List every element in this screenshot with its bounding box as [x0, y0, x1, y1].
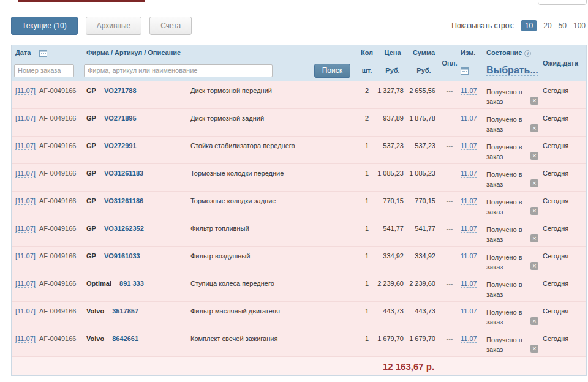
- changed-date-link[interactable]: 11.07: [461, 225, 477, 233]
- rows-option-10[interactable]: 10: [521, 20, 537, 31]
- cancel-button[interactable]: ×: [530, 345, 538, 353]
- order-date-link[interactable]: [11.07]: [15, 280, 36, 288]
- order-date-link[interactable]: [11.07]: [15, 114, 36, 122]
- changed-date-link[interactable]: 11.07: [461, 87, 477, 95]
- order-date-link[interactable]: [11.07]: [15, 142, 36, 150]
- sum-value: 334,92: [408, 247, 440, 274]
- article-number[interactable]: VO272991: [104, 142, 137, 149]
- changed-date-cell: 11.07: [459, 329, 485, 356]
- order-date-link[interactable]: [11.07]: [15, 252, 36, 260]
- firm-filter-cell: Поиск: [84, 64, 356, 78]
- info-icon[interactable]: i: [524, 50, 531, 57]
- tab-archive[interactable]: Архивные: [86, 17, 142, 35]
- order-number: AF-0049166: [39, 307, 77, 315]
- calendar-icon[interactable]: [39, 49, 47, 57]
- article-number[interactable]: VO31261186: [104, 197, 143, 204]
- brand-name: GP: [86, 114, 96, 122]
- order-number-input[interactable]: [14, 64, 74, 77]
- order-date-link[interactable]: [11.07]: [15, 197, 36, 205]
- changed-date-link[interactable]: 11.07: [461, 252, 477, 260]
- status-select-link[interactable]: Выбрать...: [486, 65, 538, 76]
- brand-name: Volvo: [86, 307, 104, 315]
- firm-search-input[interactable]: [84, 64, 273, 77]
- order-number: AF-0049166: [39, 170, 77, 177]
- article-number[interactable]: VO271788: [104, 87, 137, 94]
- item-description: Тормозные колодки передние: [190, 170, 284, 177]
- item-cell: Volvo 8642661 Комплект свечей зажигания: [84, 329, 356, 356]
- article-number[interactable]: 3517857: [112, 307, 138, 315]
- cancel-button[interactable]: ×: [530, 317, 538, 325]
- cutoff-search-input[interactable]: [538, 0, 587, 5]
- article-number[interactable]: 891 333: [119, 280, 144, 287]
- rows-per-page: Показывать строк: 10 20 50 100: [451, 20, 586, 31]
- item-cell: Volvo 3517857 Фильтр масляный двигателя: [84, 302, 356, 329]
- sum-value: 770,15: [408, 192, 440, 219]
- changed-date-link[interactable]: 11.07: [461, 335, 477, 343]
- order-number: AF-0049166: [39, 142, 77, 149]
- table-body: [11.07] AF-0049166 GP VO271788 Диск торм…: [12, 81, 586, 357]
- cancel-button[interactable]: ×: [530, 152, 538, 160]
- status-text: Получено в заказ: [486, 116, 522, 133]
- sum-value: 443,73: [408, 302, 440, 329]
- order-date-link[interactable]: [11.07]: [15, 170, 36, 178]
- order-row: [11.07] AF-0049166 Volvo 3517857 Фильтр …: [12, 302, 586, 329]
- item-cell: GP VO31262352 Фильтр топливный: [84, 219, 356, 246]
- order-date-link[interactable]: [11.07]: [15, 335, 36, 343]
- changed-date-link[interactable]: 11.07: [461, 170, 477, 178]
- changed-date-link[interactable]: 11.07: [461, 142, 477, 150]
- item-description: Комплект свечей зажигания: [190, 335, 277, 342]
- tab-invoices[interactable]: Счета: [149, 17, 192, 35]
- order-number: AF-0049166: [39, 197, 77, 204]
- changed-date-link[interactable]: 11.07: [461, 197, 477, 205]
- order-date-link[interactable]: [11.07]: [15, 307, 36, 315]
- rows-option-100[interactable]: 100: [573, 21, 586, 30]
- rows-option-20[interactable]: 20: [543, 21, 551, 30]
- price-unit-label: Руб.: [377, 67, 408, 74]
- order-date-link[interactable]: [11.07]: [15, 225, 36, 233]
- brand-name: GP: [86, 252, 96, 260]
- tab-current[interactable]: Текущие (10): [11, 17, 78, 35]
- paid-value: ---: [440, 274, 459, 301]
- cancel-button[interactable]: ×: [530, 179, 538, 187]
- cancel-button[interactable]: ×: [530, 124, 538, 132]
- quantity-value: 1: [356, 329, 377, 356]
- item-description: Фильтр топливный: [190, 225, 249, 232]
- article-number[interactable]: VO31261183: [104, 170, 143, 177]
- order-number: AF-0049166: [39, 87, 77, 94]
- article-number[interactable]: VO9161033: [104, 252, 140, 260]
- rows-option-50[interactable]: 50: [559, 21, 567, 30]
- cancel-button[interactable]: ×: [530, 97, 538, 105]
- item-cell: GP VO271788 Диск тормозной передний: [84, 81, 356, 108]
- quantity-value: 1: [356, 302, 377, 329]
- item-description: Диск тормозной передний: [190, 87, 272, 94]
- search-button[interactable]: Поиск: [314, 64, 350, 78]
- article-number[interactable]: VO271895: [104, 114, 137, 122]
- changed-date-cell: 11.07: [459, 109, 485, 136]
- item-description: Ступица колеса переднего: [190, 280, 274, 287]
- cancel-button[interactable]: ×: [530, 234, 538, 242]
- order-date-link[interactable]: [11.07]: [15, 87, 36, 95]
- article-number[interactable]: 8642661: [112, 335, 138, 342]
- cancel-button[interactable]: ×: [530, 207, 538, 215]
- changed-date-link[interactable]: 11.07: [461, 307, 477, 315]
- article-number[interactable]: VO31262352: [104, 225, 144, 232]
- col-paid-label: Опл.: [440, 59, 459, 67]
- order-number: AF-0049166: [39, 335, 77, 342]
- price-value: 937,89: [377, 109, 408, 136]
- changed-date-link[interactable]: 11.07: [461, 280, 477, 288]
- status-text: Получено в заказ: [486, 88, 522, 105]
- changed-date-cell: 11.07: [459, 219, 485, 246]
- expected-date: Сегодня: [541, 81, 586, 108]
- item-cell: GP VO9161033 Фильтр воздушный: [84, 247, 356, 274]
- calendar-icon[interactable]: [461, 67, 469, 75]
- col-status-label: Состояниеi: [485, 49, 541, 57]
- brand-name: GP: [86, 225, 96, 232]
- item-cell: GP VO31261183 Тормозные колодки передние: [84, 164, 356, 191]
- changed-date-link[interactable]: 11.07: [461, 114, 477, 122]
- order-row: [11.07] AF-0049166 GP VO9161033 Фильтр в…: [12, 247, 586, 274]
- price-value: 1 679,70: [377, 329, 408, 356]
- expected-date: Сегодня: [541, 329, 586, 356]
- order-date-cell: [11.07] AF-0049166: [12, 247, 84, 274]
- sum-value: 1 679,70: [408, 329, 440, 356]
- cancel-button[interactable]: ×: [530, 262, 538, 270]
